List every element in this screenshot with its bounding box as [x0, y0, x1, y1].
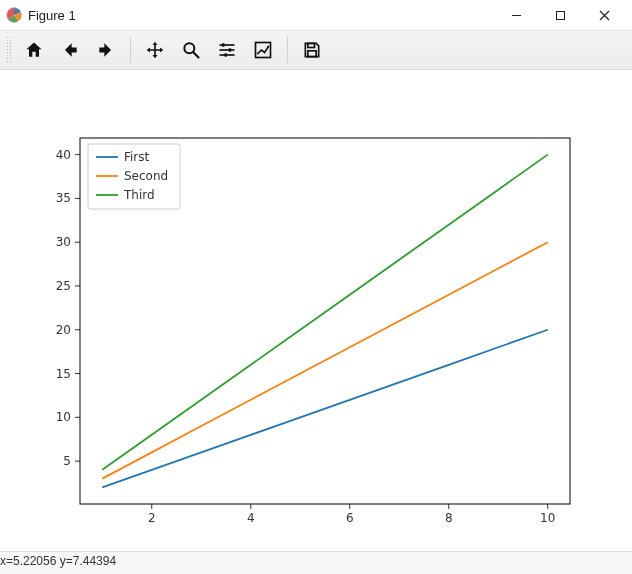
window-title: Figure 1	[28, 8, 76, 23]
legend-label: First	[124, 150, 150, 164]
ytick-label: 15	[56, 367, 71, 381]
pan-button[interactable]	[137, 35, 173, 65]
ytick-label: 10	[56, 410, 71, 424]
legend-label: Second	[124, 169, 168, 183]
save-button[interactable]	[294, 35, 330, 65]
home-icon	[24, 40, 44, 60]
ytick-label: 35	[56, 191, 71, 205]
legend-label: Third	[123, 188, 155, 202]
ytick-label: 5	[63, 454, 71, 468]
series-line	[102, 242, 547, 478]
close-button[interactable]	[582, 0, 626, 30]
zoom-button[interactable]	[173, 35, 209, 65]
xtick-label: 4	[247, 511, 255, 525]
xtick-label: 10	[540, 511, 555, 525]
minimize-button[interactable]	[494, 0, 538, 30]
svg-rect-14	[308, 43, 315, 47]
save-icon	[302, 40, 322, 60]
titlebar: Figure 1	[0, 0, 632, 30]
xtick-label: 8	[445, 511, 453, 525]
svg-rect-8	[222, 43, 225, 46]
xtick-label: 6	[346, 511, 354, 525]
arrow-left-icon	[60, 40, 80, 60]
configure-subplots-button[interactable]	[209, 35, 245, 65]
maximize-button[interactable]	[538, 0, 582, 30]
arrow-right-icon	[96, 40, 116, 60]
svg-rect-12	[225, 53, 228, 56]
matplotlib-icon	[6, 7, 22, 23]
drag-handle-icon[interactable]	[6, 36, 12, 64]
edit-axes-button[interactable]	[245, 35, 281, 65]
ytick-label: 20	[56, 323, 71, 337]
plot-canvas[interactable]: 246810510152025303540FirstSecondThird	[0, 70, 632, 551]
figure-window: Figure 1	[0, 0, 632, 574]
toolbar-separator	[130, 37, 131, 63]
ytick-label: 25	[56, 279, 71, 293]
ytick-label: 40	[56, 148, 71, 162]
chart-svg: 246810510152025303540FirstSecondThird	[0, 70, 632, 556]
cursor-coords: x=5.22056 y=7.44394	[0, 554, 116, 568]
xtick-label: 2	[148, 511, 156, 525]
svg-line-6	[194, 53, 199, 58]
move-icon	[145, 40, 165, 60]
home-button[interactable]	[16, 35, 52, 65]
sliders-icon	[217, 40, 237, 60]
toolbar-separator	[287, 37, 288, 63]
forward-button[interactable]	[88, 35, 124, 65]
back-button[interactable]	[52, 35, 88, 65]
svg-rect-13	[256, 43, 271, 58]
svg-rect-10	[229, 48, 232, 51]
search-icon	[181, 40, 201, 60]
svg-rect-2	[556, 11, 564, 19]
ytick-label: 30	[56, 235, 71, 249]
series-line	[102, 330, 547, 488]
nav-toolbar	[0, 30, 632, 70]
svg-rect-15	[308, 51, 316, 57]
chart-line-icon	[253, 40, 273, 60]
